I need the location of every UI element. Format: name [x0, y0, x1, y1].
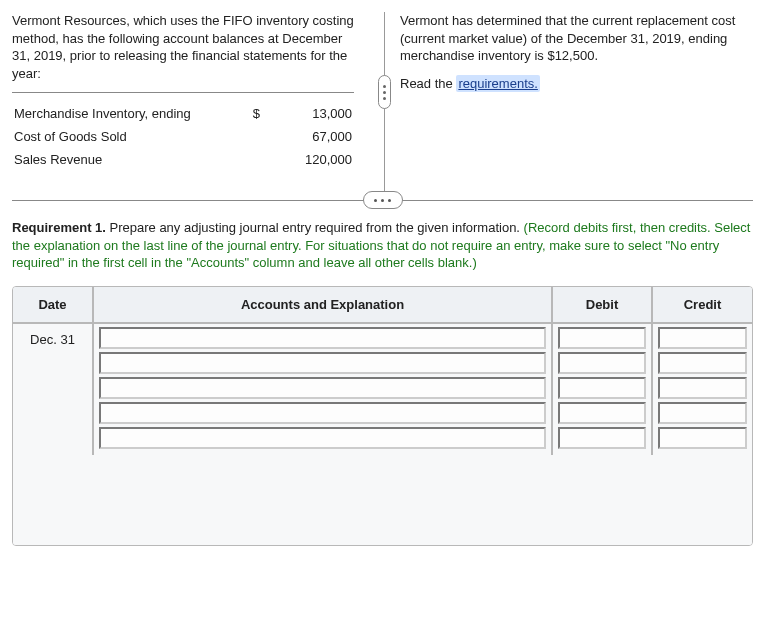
credit-input-1[interactable] [658, 327, 747, 349]
balance-label: Cost of Goods Sold [14, 126, 248, 147]
accounts-input-4[interactable] [99, 402, 546, 424]
balance-currency [250, 126, 280, 147]
accounts-input-2[interactable] [99, 352, 546, 374]
credit-input-3[interactable] [658, 377, 747, 399]
intro-left-text: Vermont Resources, which uses the FIFO i… [12, 12, 354, 82]
balance-amount: 120,000 [282, 149, 352, 170]
read-requirements: Read the requirements. [400, 75, 753, 93]
credit-input-5[interactable] [658, 427, 747, 449]
requirement-prefix: Requirement 1. [12, 220, 106, 235]
balance-currency: $ [250, 103, 280, 124]
ellipsis-icon[interactable] [363, 191, 403, 209]
accounts-input-3[interactable] [99, 377, 546, 399]
header-debit: Debit [552, 287, 652, 323]
journal-entry-table: Date Accounts and Explanation Debit Cred… [12, 286, 753, 546]
balance-amount: 67,000 [282, 126, 352, 147]
date-cell: Dec. 31 [13, 323, 93, 455]
accounts-input-1[interactable] [99, 327, 546, 349]
balance-label: Sales Revenue [14, 149, 248, 170]
accounts-input-5[interactable] [99, 427, 546, 449]
header-date: Date [13, 287, 93, 323]
divider [12, 92, 354, 93]
debit-input-5[interactable] [558, 427, 646, 449]
balance-currency [250, 149, 280, 170]
debit-input-1[interactable] [558, 327, 646, 349]
credit-input-4[interactable] [658, 402, 747, 424]
credit-input-2[interactable] [658, 352, 747, 374]
debit-input-2[interactable] [558, 352, 646, 374]
balances-table: Merchandise Inventory, ending $ 13,000 C… [12, 101, 354, 172]
debit-input-4[interactable] [558, 402, 646, 424]
requirement-text: Requirement 1. Prepare any adjusting jou… [12, 219, 753, 272]
header-credit: Credit [652, 287, 752, 323]
header-accounts: Accounts and Explanation [93, 287, 552, 323]
requirements-link[interactable]: requirements. [456, 75, 539, 92]
intro-right-text: Vermont has determined that the current … [400, 12, 753, 65]
drag-handle-icon[interactable] [378, 75, 391, 109]
balance-label: Merchandise Inventory, ending [14, 103, 248, 124]
debit-input-3[interactable] [558, 377, 646, 399]
balance-amount: 13,000 [282, 103, 352, 124]
